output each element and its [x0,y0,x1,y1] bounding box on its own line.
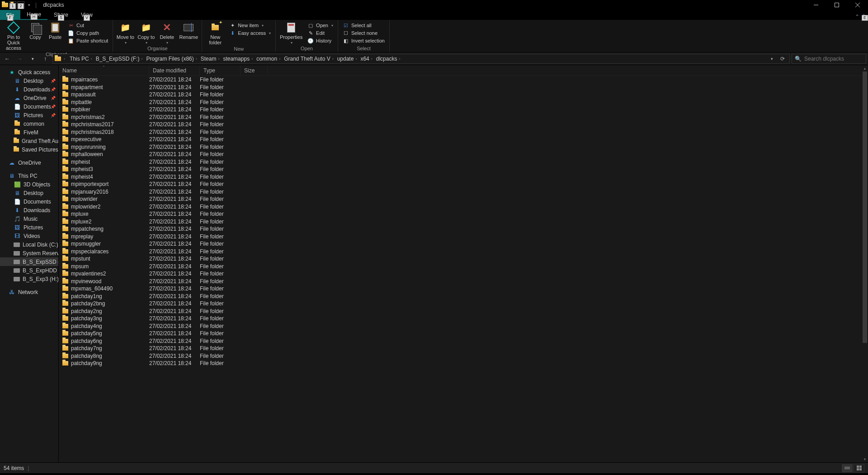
table-row[interactable]: patchday7ng27/02/2021 18:24File folder [59,345,862,352]
sidebar-item[interactable]: 🖥Desktop📌 [0,76,58,85]
sidebar-item[interactable]: B_S_ExpSSD (F:) [0,257,58,266]
breadcrumb-segment[interactable]: Grand Theft Auto V› [282,56,335,62]
table-row[interactable]: patchday9ng27/02/2021 18:24File folder [59,360,862,367]
table-row[interactable]: patchday1ng27/02/2021 18:24File folder [59,293,862,300]
sidebar-item[interactable]: B_S_ExpHDD (G:) [0,266,58,275]
search-input[interactable] [804,56,868,62]
move-to-button[interactable]: 📁Move to▾ [116,21,135,45]
sidebar-item[interactable]: 🖥Desktop [0,189,58,197]
column-type[interactable]: Type [200,65,241,76]
pin-to-quick-access-button[interactable]: Pin to Quick access [3,21,24,51]
column-size[interactable]: Size [241,65,268,76]
easy-access-button[interactable]: ⬇Easy access▾ [227,29,273,37]
qat-dropdown[interactable]: ▾ [25,1,33,9]
sidebar-this-pc[interactable]: 🖥This PC [0,171,58,180]
address-dropdown-button[interactable]: ▾ [767,54,777,64]
table-row[interactable]: mpheist427/02/2021 18:24File folder [59,173,862,181]
address-bar[interactable]: › This PC›B_S_ExpSSD (F:)›Program Files … [52,54,790,64]
properties-button[interactable]: Properties▾ [278,21,304,45]
table-row[interactable]: mpsum27/02/2021 18:24File folder [59,263,862,271]
sidebar-item[interactable]: Grand Theft Auto V [0,137,58,145]
table-row[interactable]: mpvalentines227/02/2021 18:24File folder [59,270,862,278]
breadcrumb-segment[interactable]: B_S_ExpSSD (F:)› [94,56,145,62]
table-row[interactable]: mpapartment27/02/2021 18:24File folder [59,84,862,91]
table-row[interactable]: mplowrider27/02/2021 18:24File folder [59,195,862,203]
table-row[interactable]: mppatchesng27/02/2021 18:24File folder [59,225,862,233]
sidebar-item[interactable]: common [0,119,58,128]
sidebar-item[interactable]: 🖼Pictures [0,223,58,232]
sidebar-quick-access[interactable]: ★Quick access [0,68,58,76]
table-row[interactable]: mpxmas_60449027/02/2021 18:24File folder [59,285,862,293]
invert-selection-button[interactable]: ◧Invert selection [341,37,387,44]
breadcrumb-segment[interactable]: update› [335,56,359,62]
navigation-pane[interactable]: ★Quick access 🖥Desktop📌⬇Downloads📌☁OneDr… [0,65,59,462]
table-row[interactable]: mplowrider227/02/2021 18:24File folder [59,203,862,211]
back-button[interactable]: ← [2,53,13,64]
table-row[interactable]: mpheist327/02/2021 18:24File folder [59,166,862,173]
table-row[interactable]: mpreplay27/02/2021 18:24File folder [59,233,862,241]
sidebar-item[interactable]: Saved Pictures [0,145,58,154]
new-item-button[interactable]: ✦New item▾ [227,22,273,29]
close-button[interactable] [847,0,868,10]
scrollbar[interactable]: ▲ ▼ [862,65,868,462]
table-row[interactable]: mpjanuary201627/02/2021 18:24File folder [59,188,862,196]
breadcrumb-segment[interactable]: dlcpacks› [374,56,402,62]
table-row[interactable]: patchday4ng27/02/2021 18:24File folder [59,323,862,330]
tab-file[interactable]: FileF [0,10,20,20]
minimize-button[interactable] [806,0,826,10]
breadcrumb-segment[interactable]: x64› [359,56,374,62]
breadcrumb-segment[interactable]: Steam› [199,56,222,62]
copy-button[interactable]: Copy [26,21,44,40]
table-row[interactable]: mpexecutive27/02/2021 18:24File folder [59,136,862,143]
tab-share[interactable]: ShareS [47,10,75,20]
scroll-track[interactable] [862,71,868,456]
history-button[interactable]: 🕘History [306,37,335,44]
help-button[interactable]: ?E [862,14,865,20]
table-row[interactable]: mpchristmas201827/02/2021 18:24File fold… [59,128,862,136]
copy-path-button[interactable]: 📄Copy path [66,29,110,37]
maximize-button[interactable] [826,0,847,10]
table-row[interactable]: mpbiker27/02/2021 18:24File folder [59,106,862,114]
table-row[interactable]: patchday8ng27/02/2021 18:24File folder [59,352,862,360]
table-row[interactable]: mpairraces27/02/2021 18:24File folder [59,76,862,84]
sidebar-item[interactable]: ⬇Downloads📌 [0,85,58,94]
breadcrumb-segment[interactable]: Program Files (x86)› [144,56,198,62]
sidebar-item[interactable]: Local Disk (C:) [0,240,58,249]
table-row[interactable]: patchday2bng27/02/2021 18:24File folder [59,300,862,308]
thumbnails-view-button[interactable] [854,464,864,472]
table-row[interactable]: patchday2ng27/02/2021 18:24File folder [59,308,862,315]
table-row[interactable]: mpchristmas227/02/2021 18:24File folder [59,114,862,121]
refresh-button[interactable]: ⟳ [778,54,788,64]
up-button[interactable]: ↑ [40,53,51,64]
sidebar-item[interactable]: 🎞Videos [0,232,58,240]
table-row[interactable]: mpbattle27/02/2021 18:24File folder [59,99,862,106]
breadcrumb-segment[interactable]: This PC› [68,56,94,62]
table-row[interactable]: mpgunrunning27/02/2021 18:24File folder [59,143,862,151]
table-row[interactable]: patchday6ng27/02/2021 18:24File folder [59,337,862,345]
details-view-button[interactable] [842,464,853,472]
sidebar-item[interactable]: 🖼Pictures📌 [0,111,58,119]
sidebar-item[interactable]: 📄Documents📌 [0,102,58,111]
search-box[interactable]: 🔍 [792,54,866,64]
table-row[interactable]: mpstunt27/02/2021 18:24File folder [59,255,862,263]
sidebar-item[interactable]: ☁OneDrive📌 [0,94,58,102]
table-row[interactable]: mpheist27/02/2021 18:24File folder [59,158,862,166]
delete-button[interactable]: ✕Delete▾ [157,21,176,45]
select-all-button[interactable]: ☑Select all [341,22,387,29]
sidebar-item[interactable]: B_S_Exp3 (H:) [0,275,58,283]
table-row[interactable]: patchday3ng27/02/2021 18:24File folder [59,315,862,323]
table-row[interactable]: mpluxe27/02/2021 18:24File folder [59,210,862,218]
table-row[interactable]: patchday5ng27/02/2021 18:24File folder [59,330,862,337]
sidebar-item[interactable]: ⬇Downloads [0,206,58,214]
qat-button-1[interactable]: 1 [9,1,16,9]
breadcrumb-segment[interactable]: common› [255,56,282,62]
table-row[interactable]: mpvinewood27/02/2021 18:24File folder [59,278,862,285]
ribbon-collapse-button[interactable]: ⌃ [855,14,859,20]
sidebar-item[interactable]: 🎵Music [0,214,58,223]
recent-locations-button[interactable]: ▾ [27,53,38,64]
table-row[interactable]: mpsmuggler27/02/2021 18:24File folder [59,240,862,248]
tab-home[interactable]: HomeH [20,10,47,20]
scroll-down-button[interactable]: ▼ [862,456,868,462]
table-row[interactable]: mpassault27/02/2021 18:24File folder [59,91,862,99]
cut-button[interactable]: ✂Cut [66,22,110,29]
